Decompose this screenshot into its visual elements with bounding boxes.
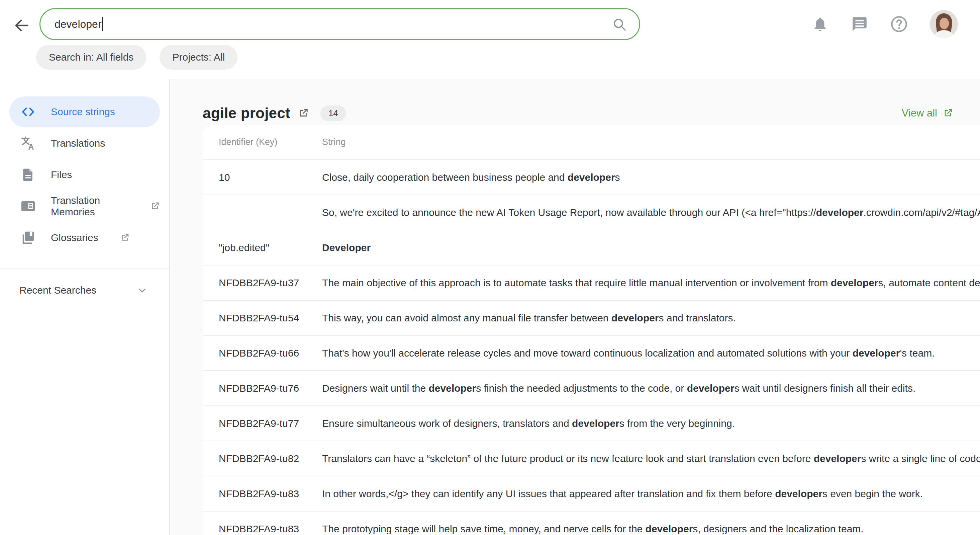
row-identifier: NFDBB2FA9-tu77 [204,418,322,429]
table-header-row: Identifier (Key) String [204,125,980,160]
filter-chip-0[interactable]: Search in: All fields [36,45,146,70]
search-value: developer [54,18,102,30]
table-row[interactable]: "job.edited" Developer [204,230,980,265]
row-identifier: "job.edited" [204,242,322,254]
code-icon [20,104,36,120]
svg-text:A: A [28,143,34,151]
project-header: agile project 14 View all [203,99,953,127]
view-all-label: View all [902,107,937,119]
row-string: That's how you'll accelerate release cyc… [322,348,980,359]
row-identifier: 10 [204,172,322,183]
tm-card-icon [20,198,36,214]
avatar-photo [930,10,958,38]
book-icon [20,230,36,246]
row-string: Ensure simultaneous work of designers, t… [322,418,980,429]
row-string: Designers wait until the developers fini… [322,383,980,394]
recent-searches-label: Recent Searches [19,284,96,296]
result-count-badge: 14 [320,105,346,121]
recent-searches-toggle[interactable]: Recent Searches [0,276,169,305]
row-string: Close, daily cooperation between busines… [322,172,980,183]
filter-chip-label: Search in: All fields [49,51,134,63]
sidebar-item-label: Translations [51,137,105,149]
row-string: So, we're excited to announce the new AI… [322,207,980,218]
search-input[interactable]: developer [40,8,640,40]
sidebar-item-label: Glossaries [51,232,98,243]
table-row[interactable]: NFDBB2FA9-tu54 This way, you can avoid a… [204,301,980,336]
project-title: agile project [203,105,290,121]
arrow-left-icon [12,16,31,35]
row-string: Developer [322,242,980,254]
table-row[interactable]: NFDBB2FA9-tu82 Translators can have a “s… [204,441,980,476]
search-filter-chips: Search in: All fields Projects: All [36,45,237,70]
row-string: The prototyping stage will help save tim… [322,523,980,535]
chat-icon [851,16,868,32]
table-row[interactable]: NFDBB2FA9-tu76 Designers wait until the … [204,371,980,406]
sidebar-divider [0,268,169,268]
column-header-identifier: Identifier (Key) [204,137,322,147]
row-identifier: NFDBB2FA9-tu83 [204,523,322,535]
sidebar: Source strings A Translations Files Tran… [0,79,170,535]
filter-chip-1[interactable]: Projects: All [159,45,237,70]
messages-button[interactable] [851,15,868,33]
chevron-down-icon [137,284,148,296]
sidebar-item-glossaries[interactable]: Glossaries [10,222,160,253]
bell-icon [812,16,829,32]
row-string: In other words,</g> they can identify an… [322,488,980,500]
search-icon[interactable] [612,17,628,33]
filter-chip-label: Projects: All [172,51,225,63]
sidebar-item-source-strings[interactable]: Source strings [10,96,160,127]
sidebar-item-label: Files [51,169,72,180]
text-caret [102,17,103,31]
row-identifier: NFDBB2FA9-tu83 [204,488,322,500]
back-button[interactable] [12,16,31,35]
table-row[interactable]: NFDBB2FA9-tu83 The prototyping stage wil… [204,511,980,535]
results-area: agile project 14 View all Identifier (Ke… [170,79,980,535]
top-header: developer [0,0,980,79]
sidebar-item-label: Source strings [51,106,115,118]
row-identifier: NFDBB2FA9-tu82 [204,453,322,464]
notifications-button[interactable] [811,15,829,33]
row-string: Translators can have a “skeleton” of the… [322,453,980,464]
view-all-link[interactable]: View all [902,107,953,119]
external-link-icon [943,108,953,118]
project-open-link[interactable] [298,107,309,119]
column-header-string: String [322,137,980,147]
table-row[interactable]: NFDBB2FA9-tu37 The main objective of thi… [204,265,980,301]
table-row[interactable]: NFDBB2FA9-tu83 In other words,</g> they … [204,476,980,511]
row-string: The main objective of this approach is t… [322,277,980,289]
translate-icon: A [20,135,36,151]
results-table-card: Identifier (Key) String 10 Close, daily … [204,125,980,535]
table-row[interactable]: So, we're excited to announce the new AI… [204,195,980,230]
sidebar-item-label: Translation Memories [51,195,129,217]
row-identifier: NFDBB2FA9-tu66 [204,348,322,359]
table-row[interactable]: 10 Close, daily cooperation between busi… [204,160,980,195]
sidebar-item-translations[interactable]: A Translations [10,128,160,159]
external-link-icon [120,233,130,243]
row-identifier: NFDBB2FA9-tu37 [204,277,322,289]
help-button[interactable] [890,15,908,33]
table-row[interactable]: NFDBB2FA9-tu66 That's how you'll acceler… [204,336,980,371]
header-actions [811,10,958,38]
question-circle-icon [890,15,908,33]
sidebar-item-files[interactable]: Files [10,160,160,190]
external-link-icon [298,107,309,119]
sidebar-item-translation-memories[interactable]: Translation Memories [10,191,160,222]
row-identifier: NFDBB2FA9-tu54 [204,312,322,324]
row-string: This way, you can avoid almost any manua… [322,312,980,324]
external-link-icon [150,201,160,211]
table-row[interactable]: NFDBB2FA9-tu77 Ensure simultaneous work … [204,406,980,441]
row-identifier: NFDBB2FA9-tu76 [204,383,322,394]
user-avatar[interactable] [930,10,958,38]
file-icon [20,167,36,183]
